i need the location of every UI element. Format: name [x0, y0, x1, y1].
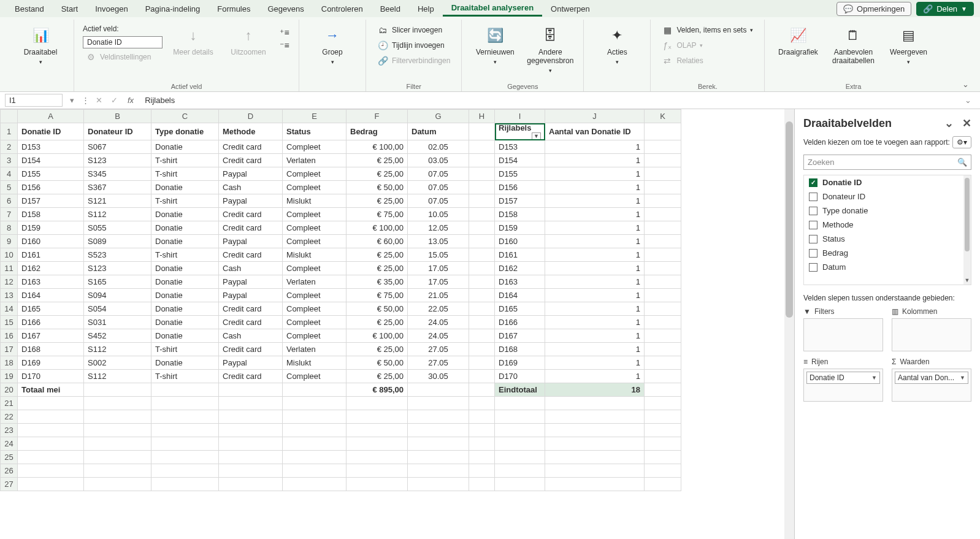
- actions-button[interactable]: ✦Acties▾: [592, 23, 641, 67]
- cell[interactable]: Donatie: [151, 208, 219, 221]
- pivot-row-value[interactable]: 1: [545, 221, 645, 235]
- cell[interactable]: Donatie: [151, 262, 219, 275]
- select-all-cell[interactable]: [1, 110, 18, 123]
- cell[interactable]: Credit card: [219, 208, 283, 221]
- cell[interactable]: S055: [84, 221, 151, 235]
- row-header-23[interactable]: 23: [1, 424, 18, 437]
- cell[interactable]: D156: [18, 181, 84, 194]
- field-settings-button[interactable]: ⚙Veldinstellingen: [83, 50, 163, 64]
- cell[interactable]: S367: [84, 181, 151, 194]
- cell[interactable]: D158: [18, 208, 84, 221]
- cell[interactable]: 22.05: [408, 302, 469, 316]
- data-header[interactable]: Type donatie: [151, 123, 219, 140]
- pivot-row-label[interactable]: D168: [495, 343, 545, 356]
- pivot-grand-label[interactable]: Eindtotaal: [495, 383, 545, 397]
- cell[interactable]: Cash: [219, 329, 283, 343]
- pivot-row-value[interactable]: 1: [545, 154, 645, 167]
- cell[interactable]: D162: [18, 262, 84, 275]
- field-search-input[interactable]: Zoeken 🔍: [803, 155, 971, 170]
- field-bedrag[interactable]: Bedrag: [804, 246, 971, 260]
- columns-dropzone[interactable]: [892, 318, 971, 351]
- cell[interactable]: D157: [18, 194, 84, 208]
- col-header-E[interactable]: E: [283, 110, 346, 123]
- menu-gegevens[interactable]: Gegevens: [259, 2, 312, 16]
- cell[interactable]: T-shirt: [151, 343, 219, 356]
- cell[interactable]: Verlaten: [283, 154, 346, 167]
- row-header-1[interactable]: 1: [1, 123, 18, 140]
- pivot-row-label[interactable]: D153: [495, 140, 545, 154]
- cell[interactable]: D160: [18, 235, 84, 248]
- cell[interactable]: D163: [18, 275, 84, 289]
- cell[interactable]: € 25,00: [346, 167, 408, 181]
- cell[interactable]: Mislukt: [283, 356, 346, 370]
- pivot-row-value[interactable]: 1: [545, 343, 645, 356]
- pivot-row-label[interactable]: D169: [495, 356, 545, 370]
- cell[interactable]: Donatie: [151, 221, 219, 235]
- worksheet[interactable]: ABCDEFGHIJK1Donatie IDDonateur IDType do…: [0, 109, 794, 539]
- field-donateur-id[interactable]: Donateur ID: [804, 189, 971, 204]
- cell[interactable]: 27.05: [408, 356, 469, 370]
- cell[interactable]: € 100,00: [346, 221, 408, 235]
- pivot-row-label[interactable]: D156: [495, 181, 545, 194]
- name-box[interactable]: I1: [5, 94, 63, 107]
- cell[interactable]: € 75,00: [346, 289, 408, 302]
- row-header-17[interactable]: 17: [1, 343, 18, 356]
- cell[interactable]: 13.05: [408, 235, 469, 248]
- pivot-row-value[interactable]: 1: [545, 248, 645, 262]
- cell[interactable]: 07.05: [408, 167, 469, 181]
- cell[interactable]: Compleet: [283, 302, 346, 316]
- col-header-F[interactable]: F: [346, 110, 408, 123]
- field-datum[interactable]: Datum: [804, 260, 971, 274]
- cell[interactable]: Cash: [219, 262, 283, 275]
- cell[interactable]: 17.05: [408, 262, 469, 275]
- pivot-filter-button[interactable]: ▼: [532, 132, 541, 140]
- pane-settings-button[interactable]: ⚙▾: [952, 136, 971, 148]
- menu-beeld[interactable]: Beeld: [372, 2, 409, 16]
- cancel-icon[interactable]: ✕: [93, 96, 105, 105]
- cell[interactable]: Compleet: [283, 289, 346, 302]
- cell[interactable]: D154: [18, 154, 84, 167]
- values-dropzone[interactable]: Aantal van Don...▼: [892, 369, 971, 402]
- row-header-20[interactable]: 20: [1, 383, 18, 397]
- pivot-row-label[interactable]: D157: [495, 194, 545, 208]
- col-header-B[interactable]: B: [84, 110, 151, 123]
- fields-items-sets-button[interactable]: ▦Velden, items en sets▾: [659, 23, 756, 37]
- cell[interactable]: D159: [18, 221, 84, 235]
- cell[interactable]: D153: [18, 140, 84, 154]
- cell[interactable]: D169: [18, 356, 84, 370]
- pivot-row-value[interactable]: 1: [545, 181, 645, 194]
- cell[interactable]: € 25,00: [346, 316, 408, 329]
- data-source-button[interactable]: 🗄Andere gegevensbron▾: [526, 23, 575, 76]
- cell[interactable]: D170: [18, 370, 84, 383]
- cell[interactable]: € 25,00: [346, 370, 408, 383]
- row-header-15[interactable]: 15: [1, 316, 18, 329]
- pivot-row-label[interactable]: D163: [495, 275, 545, 289]
- pane-collapse-icon[interactable]: ⌄: [944, 117, 954, 130]
- row-header-21[interactable]: 21: [1, 397, 18, 410]
- menu-pagina-indeling[interactable]: Pagina-indeling: [137, 2, 209, 16]
- data-header[interactable]: Donatie ID: [18, 123, 84, 140]
- cell[interactable]: T-shirt: [151, 154, 219, 167]
- col-header-K[interactable]: K: [645, 110, 681, 123]
- menu-invoegen[interactable]: Invoegen: [86, 2, 137, 16]
- col-header-D[interactable]: D: [219, 110, 283, 123]
- recommended-pivot-button[interactable]: 🗒Aanbevolen draaitabellen: [829, 23, 878, 67]
- cell[interactable]: S002: [84, 356, 151, 370]
- pivot-count-header[interactable]: Aantal van Donatie ID: [545, 123, 645, 140]
- cell[interactable]: 07.05: [408, 194, 469, 208]
- cell[interactable]: D164: [18, 289, 84, 302]
- field-type-donatie[interactable]: Type donatie: [804, 204, 971, 218]
- pivottable-button[interactable]: 📊Draaitabel▾: [16, 23, 65, 67]
- cell[interactable]: € 75,00: [346, 208, 408, 221]
- col-header-C[interactable]: C: [151, 110, 219, 123]
- cell[interactable]: Credit card: [219, 316, 283, 329]
- cell[interactable]: D167: [18, 329, 84, 343]
- cell[interactable]: Donatie: [151, 235, 219, 248]
- total-value[interactable]: € 895,00: [346, 383, 408, 397]
- menu-help[interactable]: Help: [409, 2, 443, 16]
- cell[interactable]: Donatie: [151, 356, 219, 370]
- row-header-9[interactable]: 9: [1, 235, 18, 248]
- cell[interactable]: Compleet: [283, 221, 346, 235]
- collapse-icon[interactable]: ⁻≡: [279, 40, 290, 51]
- cell[interactable]: Mislukt: [283, 248, 346, 262]
